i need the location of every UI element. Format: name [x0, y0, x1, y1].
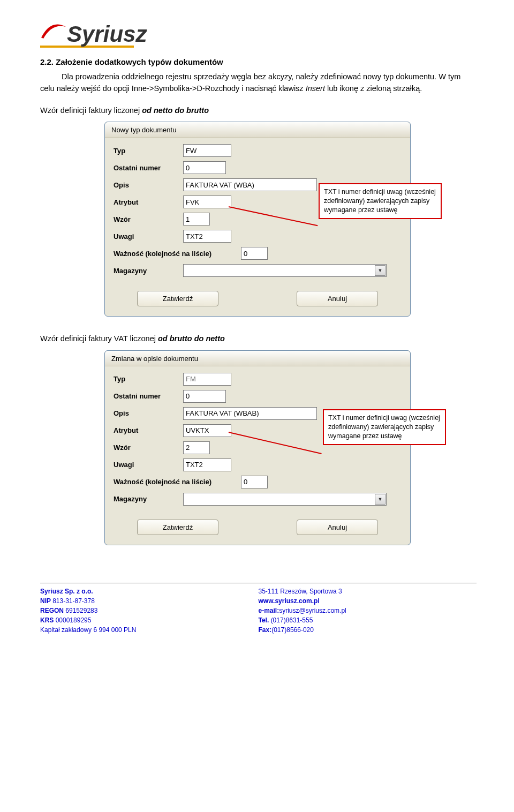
swoosh-icon: [40, 21, 67, 42]
footer-tel: (017)8631-555: [271, 616, 313, 624]
caption-2b: od brutto do netto: [158, 334, 225, 343]
input-opis[interactable]: [183, 178, 317, 191]
input2-waznosc[interactable]: [241, 476, 268, 488]
dialog2-title: Zmiana w opisie dokumentu: [105, 351, 410, 366]
footer-krs-l: KRS: [40, 616, 56, 624]
label-typ: Typ: [114, 147, 183, 155]
ok-button[interactable]: Zatwierdź: [137, 291, 218, 306]
footer-left: Syriusz Sp. z o.o. NIP 813-31-87-378 REG…: [40, 587, 259, 635]
callout-1-text: TXT i numer definicji uwag (wcześniej zd…: [324, 188, 436, 214]
para-em: Insert: [306, 84, 325, 93]
input-typ[interactable]: [183, 144, 231, 157]
label2-ostatni: Ostatni numer: [114, 392, 183, 400]
input-ostatni[interactable]: [183, 161, 226, 174]
label2-opis: Opis: [114, 409, 183, 417]
footer-addr: 35-111 Rzeszów, Sportowa 3: [259, 588, 342, 595]
input2-typ: [183, 373, 231, 386]
footer-regon: 691529283: [65, 607, 97, 614]
label-atrybut: Atrybut: [114, 198, 183, 206]
footer-email-l: e-mail:: [259, 607, 279, 614]
callout-2-text: TXT i numer definicji uwag (wcześniej zd…: [328, 414, 440, 440]
dialog-nowy-typ: Nowy typ dokumentu Typ Ostatni numer Opi…: [104, 122, 411, 317]
cancel-button[interactable]: Anuluj: [297, 520, 378, 535]
caption-2: Wzór definicji faktury VAT liczonej od b…: [40, 333, 477, 344]
input-waznosc[interactable]: [241, 247, 268, 260]
footer-capital: Kapitał zakładowy 6 994 000 PLN: [40, 626, 136, 634]
caption-1b: od netto do brutto: [142, 106, 209, 115]
label2-uwagi: Uwagi: [114, 461, 183, 469]
dialog-2-wrap: Zmiana w opisie dokumentu Typ Ostatni nu…: [104, 350, 447, 545]
label-wzor: Wzór: [114, 215, 183, 223]
input2-wzor[interactable]: [183, 441, 210, 454]
label-waznosc: Ważność (kolejność na liście): [114, 250, 237, 258]
label-opis: Opis: [114, 181, 183, 189]
intro-paragraph: Dla prowadzenia oddzielnego rejestru spr…: [40, 71, 477, 95]
footer-company: Syriusz Sp. z o.o.: [40, 588, 93, 595]
input-wzor[interactable]: [183, 213, 210, 225]
footer-www: www.syriusz.com.pl: [259, 597, 320, 605]
section-heading: 2.2. Założenie dodatkowych typów dokumen…: [40, 57, 477, 66]
input-uwagi[interactable]: [183, 230, 231, 243]
caption-2a: Wzór definicji faktury VAT liczonej: [40, 334, 158, 343]
para-text-2: lub ikonę z zieloną strzałką.: [325, 84, 422, 93]
footer: Syriusz Sp. z o.o. NIP 813-31-87-378 REG…: [40, 583, 477, 635]
footer-regon-l: REGON: [40, 607, 65, 614]
caption-1: Wzór definicji faktury liczonej od netto…: [40, 104, 477, 116]
logo-text: Syriusz: [67, 21, 147, 47]
input2-opis[interactable]: [183, 407, 317, 420]
chevron-down-icon[interactable]: ▼: [375, 494, 386, 505]
footer-krs: 0000189295: [56, 616, 92, 624]
label2-atrybut: Atrybut: [114, 426, 183, 434]
footer-fax-l: Fax:: [259, 626, 272, 634]
footer-nip: 813-31-87-378: [52, 597, 95, 605]
input2-atrybut[interactable]: [183, 424, 231, 437]
caption-1a: Wzór definicji faktury liczonej: [40, 106, 142, 115]
footer-tel-l: Tel.: [259, 616, 271, 624]
label2-typ: Typ: [114, 375, 183, 383]
footer-fax: (017)8566-020: [271, 626, 314, 634]
footer-email: syriusz@syriusz.com.pl: [279, 607, 346, 614]
input2-uwagi[interactable]: [183, 458, 231, 471]
label-uwagi: Uwagi: [114, 232, 183, 240]
dialog-title: Nowy typ dokumentu: [105, 122, 410, 138]
callout-1: TXT i numer definicji uwag (wcześniej zd…: [319, 183, 442, 219]
footer-right: 35-111 Rzeszów, Sportowa 3 www.syriusz.c…: [259, 587, 477, 635]
chevron-down-icon[interactable]: ▼: [375, 265, 386, 276]
label2-magazyny: Magazyny: [114, 495, 183, 503]
ok-button[interactable]: Zatwierdź: [137, 520, 218, 535]
label-ostatni: Ostatni numer: [114, 164, 183, 172]
label2-waznosc: Ważność (kolejność na liście): [114, 478, 237, 486]
input-atrybut[interactable]: [183, 196, 231, 208]
dialog-zmiana: Zmiana w opisie dokumentu Typ Ostatni nu…: [104, 350, 411, 545]
combo-magazyny[interactable]: ▼: [183, 264, 387, 277]
logo: Syriusz: [40, 21, 477, 48]
input2-ostatni[interactable]: [183, 390, 226, 403]
cancel-button[interactable]: Anuluj: [297, 291, 378, 306]
footer-nip-l: NIP: [40, 597, 52, 605]
dialog-1-wrap: Nowy typ dokumentu Typ Ostatni numer Opi…: [104, 122, 447, 317]
label2-wzor: Wzór: [114, 443, 183, 452]
callout-2: TXT i numer definicji uwag (wcześniej zd…: [323, 409, 446, 445]
combo2-magazyny[interactable]: ▼: [183, 493, 387, 506]
label-magazyny: Magazyny: [114, 267, 183, 275]
